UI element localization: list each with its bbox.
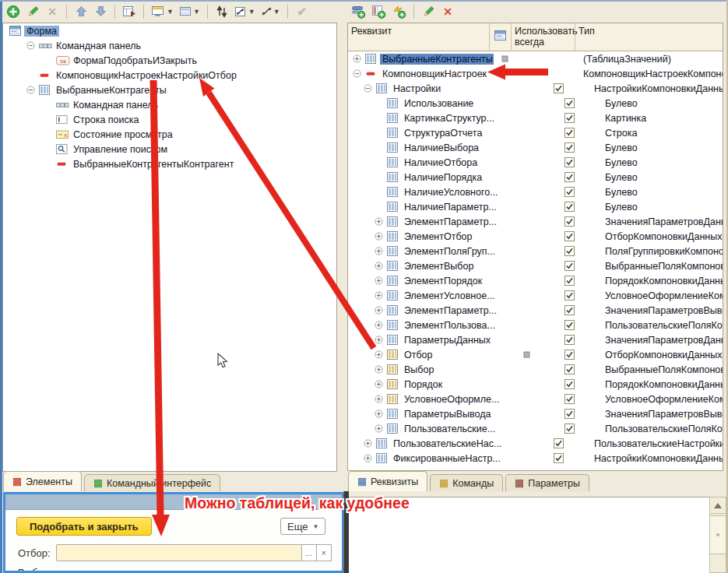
check-form-icon[interactable] bbox=[122, 3, 136, 20]
attribute-row[interactable]: КартинкаСтруктур...Картинка bbox=[348, 111, 723, 125]
form-tree-item[interactable]: Строка поиска bbox=[3, 112, 336, 127]
checkbox-checked[interactable] bbox=[564, 246, 575, 256]
expander-minus-icon[interactable] bbox=[353, 69, 365, 79]
move-up-icon[interactable] bbox=[74, 3, 88, 20]
attribute-row[interactable]: НастройкиНастройкиКомпоновкиДанных bbox=[348, 81, 723, 96]
vertical-scrollbar[interactable] bbox=[709, 497, 726, 573]
expander-plus-icon[interactable] bbox=[364, 454, 376, 463]
delete-red-icon[interactable]: ✕ bbox=[441, 3, 455, 20]
attribute-row[interactable]: ФиксированныеНастр...НастройкиКомпоновки… bbox=[348, 451, 723, 466]
filter-clear-button[interactable]: × bbox=[317, 544, 332, 561]
attribute-row[interactable]: ОтборОтборКомпоновкиДанных bbox=[348, 347, 723, 362]
checkbox-checked[interactable] bbox=[564, 424, 575, 434]
checkbox-checked[interactable] bbox=[564, 172, 575, 182]
checkbox-checked[interactable] bbox=[564, 320, 575, 330]
more-button[interactable]: Еще ▼ bbox=[280, 518, 325, 535]
checkbox-checked[interactable] bbox=[564, 98, 575, 108]
swap-arrows-icon[interactable] bbox=[215, 3, 229, 20]
checkbox-checked[interactable] bbox=[564, 187, 575, 197]
attribute-row[interactable]: НаличиеВыбораБулево bbox=[348, 140, 723, 155]
attribute-row[interactable]: НаличиеПараметр...Булево bbox=[348, 199, 723, 214]
expander-minus-icon[interactable] bbox=[26, 86, 39, 95]
attribute-row[interactable]: НаличиеПорядкаБулево bbox=[348, 170, 723, 185]
expander-plus-icon[interactable] bbox=[375, 380, 387, 389]
expander-plus-icon[interactable] bbox=[375, 350, 387, 360]
attribute-row[interactable]: ВыборВыбранныеПоляКомпоновкиДанн... bbox=[348, 362, 723, 377]
expander-plus-icon[interactable] bbox=[375, 321, 387, 330]
form-tree-item[interactable]: ВыбранныеКонтрагентыКонтрагент bbox=[3, 156, 336, 171]
resize-window-icon[interactable]: ▼ bbox=[234, 3, 255, 20]
scrollbar-thumb[interactable] bbox=[710, 515, 726, 554]
checkbox-checked[interactable] bbox=[564, 231, 575, 241]
checkbox-checked[interactable] bbox=[564, 128, 575, 138]
checkbox-checked[interactable] bbox=[564, 350, 575, 360]
tab-right-реквизиты[interactable]: Реквизиты bbox=[348, 471, 427, 491]
checkbox-checked[interactable] bbox=[564, 394, 575, 404]
checkbox-checked[interactable] bbox=[564, 142, 575, 153]
expander-plus-icon[interactable] bbox=[375, 232, 387, 241]
expander-plus-icon[interactable] bbox=[375, 410, 387, 419]
filter-ellipsis-button[interactable]: ... bbox=[302, 544, 317, 561]
checkbox-checked[interactable] bbox=[564, 290, 575, 301]
checkbox-checked[interactable] bbox=[564, 216, 575, 227]
expander-plus-icon[interactable] bbox=[375, 217, 387, 227]
checkbox-checked[interactable] bbox=[564, 409, 575, 419]
column-header-main-attribute[interactable] bbox=[489, 23, 511, 51]
attribute-row[interactable]: УсловноеОформле...УсловноеОформлениеКомп… bbox=[348, 392, 723, 406]
resize-scale-icon[interactable]: ▼ bbox=[261, 3, 280, 20]
attribute-row[interactable]: ПользовательскиеНас...ПользовательскиеНа… bbox=[348, 436, 723, 451]
expander-plus-icon[interactable] bbox=[375, 365, 387, 374]
attribute-row[interactable]: ЭлементУсловное...УсловноеОформлениеКомп… bbox=[348, 288, 723, 303]
attribute-row[interactable]: ИспользованиеБулево bbox=[348, 96, 723, 111]
checkbox-checked[interactable] bbox=[564, 335, 575, 345]
expander-plus-icon[interactable] bbox=[375, 276, 387, 286]
expander-plus-icon[interactable] bbox=[375, 424, 387, 434]
edit-icon[interactable] bbox=[26, 3, 40, 20]
add-icon[interactable] bbox=[6, 3, 20, 20]
checkbox-checked[interactable] bbox=[564, 157, 575, 167]
tab-right-параметры[interactable]: Параметры bbox=[505, 474, 589, 491]
expander-plus-icon[interactable] bbox=[375, 395, 387, 404]
move-down-icon[interactable] bbox=[93, 3, 107, 20]
expander-plus-icon[interactable] bbox=[364, 439, 376, 448]
attribute-row[interactable]: НаличиеОтбораБулево bbox=[348, 155, 723, 170]
delete-icon[interactable]: ✕ bbox=[45, 3, 59, 20]
checkbox-checked[interactable] bbox=[564, 364, 575, 374]
expander-plus-icon[interactable] bbox=[375, 291, 387, 301]
expander-plus-icon[interactable] bbox=[375, 262, 387, 271]
expander-plus-icon[interactable] bbox=[375, 306, 387, 315]
checkbox-checked[interactable] bbox=[564, 305, 575, 315]
attribute-row[interactable]: ЭлементПараметр...ЗначенияПараметровДанн… bbox=[348, 214, 723, 229]
checkbox-checked[interactable] bbox=[564, 276, 575, 286]
pick-and-close-button[interactable]: Подобрать и закрыть bbox=[16, 517, 152, 536]
attribute-row[interactable]: ЭлементПараметр...ЗначенияПараметровВыво… bbox=[348, 303, 723, 318]
scrollbar-up-button[interactable] bbox=[710, 497, 726, 514]
checkbox-checked[interactable] bbox=[564, 113, 575, 123]
attribute-row[interactable]: ЭлементПорядокПорядокКомпоновкиДанных bbox=[348, 273, 723, 288]
column-header-attribute[interactable]: Реквизит bbox=[348, 23, 489, 51]
form-tree-item[interactable]: xСостояние просмотра bbox=[3, 127, 336, 142]
checkbox-checked[interactable] bbox=[554, 83, 564, 93]
attribute-row[interactable]: ВыбранныеКонтрагенты(ТаблицаЗначений) bbox=[348, 51, 723, 66]
form-tree-item[interactable]: Форма bbox=[3, 23, 336, 38]
attribute-row[interactable]: ЭлементПоляГруп...ПоляГруппировкиКомпоно… bbox=[348, 244, 723, 258]
attribute-row[interactable]: ЭлементПользова...ПользовательскиеПоляКо… bbox=[348, 318, 723, 332]
attribute-row[interactable]: НаличиеУсловного...Булево bbox=[348, 185, 723, 199]
attribute-row[interactable]: ЭлементОтборОтборКомпоновкиДанных bbox=[348, 229, 723, 244]
expander-minus-icon[interactable] bbox=[26, 41, 39, 51]
expander-plus-icon[interactable] bbox=[353, 54, 365, 64]
expander-minus-icon[interactable] bbox=[364, 84, 376, 93]
tab-left-командный-интерфейс[interactable]: Командный интерфейс bbox=[84, 474, 220, 491]
attribute-row[interactable]: Пользовательские...ПользовательскиеПоляК… bbox=[348, 421, 723, 436]
panels-icon[interactable]: ▼ bbox=[179, 3, 200, 20]
form-tree-item[interactable]: КомпоновщикНастроекНастройкиОтбор bbox=[3, 68, 336, 83]
expander-plus-icon[interactable] bbox=[375, 336, 387, 345]
form-tree-item[interactable]: окФормаПодобратьИЗакрыть bbox=[3, 53, 336, 68]
form-tree-item[interactable]: ВыбранныеКонтрагенты bbox=[3, 83, 336, 97]
checkbox-checked[interactable] bbox=[564, 261, 575, 271]
attribute-row[interactable]: СтруктураОтчетаСтрока bbox=[348, 125, 723, 140]
tab-right-команды[interactable]: Команды bbox=[430, 474, 503, 491]
checkbox-checked[interactable] bbox=[564, 202, 575, 212]
form-tree-item[interactable]: Командная панель bbox=[3, 97, 336, 112]
preview-monitor-icon[interactable]: ▼ bbox=[151, 3, 174, 20]
